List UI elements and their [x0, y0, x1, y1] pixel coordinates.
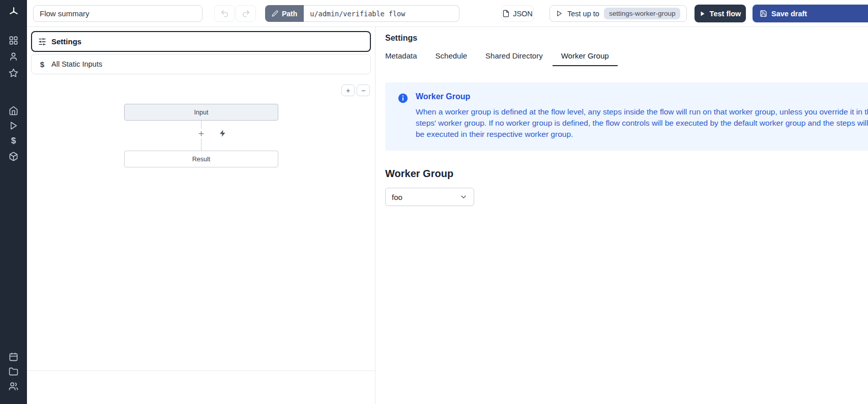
folder-icon[interactable] — [9, 366, 19, 377]
json-button[interactable]: JSON — [501, 5, 534, 22]
zoom-in-button[interactable]: + — [341, 84, 355, 96]
alert-title: Worker Group — [416, 92, 868, 101]
undo-button[interactable] — [214, 5, 235, 22]
test-flow-label: Test flow — [710, 10, 741, 18]
tab-schedule[interactable]: Schedule — [427, 48, 476, 66]
flow-editor-panel: Settings $ All Static Inputs + − Input R… — [27, 27, 375, 404]
play-icon[interactable] — [9, 121, 19, 131]
play-outline-icon — [556, 10, 563, 17]
topbar: Path JSON Test up to settings-worker-gro… — [27, 0, 868, 27]
redo-icon — [242, 9, 250, 18]
info-icon — [397, 93, 409, 140]
worker-group-section-title: Worker Group — [385, 168, 868, 180]
worker-group-selected-value: foo — [392, 193, 402, 201]
windmill-logo[interactable] — [9, 7, 19, 17]
path-label: Path — [282, 10, 297, 18]
bolt-icon[interactable] — [219, 129, 227, 138]
test-up-to-target-badge: settings-worker-group — [604, 8, 681, 19]
save-draft-button[interactable]: Save draft — [753, 5, 868, 22]
file-icon — [502, 10, 510, 17]
grid-icon[interactable] — [9, 35, 19, 45]
all-static-inputs-button[interactable]: $ All Static Inputs — [31, 54, 371, 74]
chevron-down-icon — [459, 193, 468, 201]
cube-icon[interactable] — [9, 151, 19, 161]
app-sidebar: $ — [0, 0, 27, 404]
dollar-icon[interactable]: $ — [9, 136, 19, 146]
tab-metadata[interactable]: Metadata — [377, 48, 426, 66]
settings-tabs: Metadata Schedule Shared Directory Worke… — [377, 48, 868, 66]
flow-settings-label: Settings — [51, 37, 81, 46]
all-static-inputs-label: All Static Inputs — [51, 60, 102, 68]
path-input[interactable] — [304, 5, 459, 22]
redo-button[interactable] — [236, 5, 256, 22]
star-icon[interactable] — [9, 68, 19, 78]
json-label: JSON — [513, 10, 533, 18]
alert-content: Worker Group When a worker group is defi… — [416, 92, 868, 140]
result-node[interactable]: Result — [124, 151, 278, 167]
test-flow-button[interactable]: Test flow — [695, 5, 746, 22]
tab-worker-group[interactable]: Worker Group — [553, 48, 618, 66]
save-draft-label: Save draft — [771, 10, 807, 18]
flow-summary-input[interactable] — [33, 5, 202, 22]
flow-graph-canvas[interactable]: + − Input Result — [27, 76, 375, 371]
play-filled-icon — [700, 11, 706, 17]
calendar-icon[interactable] — [9, 352, 19, 362]
test-up-to-label: Test up to — [567, 10, 599, 18]
users-icon[interactable] — [9, 381, 19, 391]
zoom-out-button[interactable]: − — [357, 84, 370, 96]
zoom-controls: + − — [341, 84, 370, 96]
settings-pane-title: Settings — [385, 34, 868, 43]
worker-group-info-alert: Worker Group When a worker group is defi… — [385, 82, 868, 151]
worker-group-select[interactable]: foo — [385, 188, 474, 206]
tab-shared-directory[interactable]: Shared Directory — [477, 48, 552, 66]
path-group: Path — [265, 5, 459, 22]
user-icon[interactable] — [9, 51, 19, 62]
dollar-icon: $ — [38, 60, 46, 69]
settings-pane: Settings Metadata Schedule Shared Direct… — [376, 27, 868, 404]
add-step-icon[interactable] — [196, 129, 206, 138]
alert-body: When a worker group is defined at the fl… — [416, 106, 868, 140]
undo-icon — [220, 9, 229, 18]
sliders-icon — [38, 38, 46, 46]
pencil-icon — [272, 10, 278, 17]
save-icon — [760, 10, 767, 17]
home-icon[interactable] — [9, 105, 19, 116]
test-up-to-button[interactable]: Test up to settings-worker-group — [549, 5, 687, 22]
flow-settings-button[interactable]: Settings — [31, 31, 371, 52]
edit-path-button[interactable]: Path — [265, 5, 304, 22]
input-node[interactable]: Input — [124, 104, 278, 121]
